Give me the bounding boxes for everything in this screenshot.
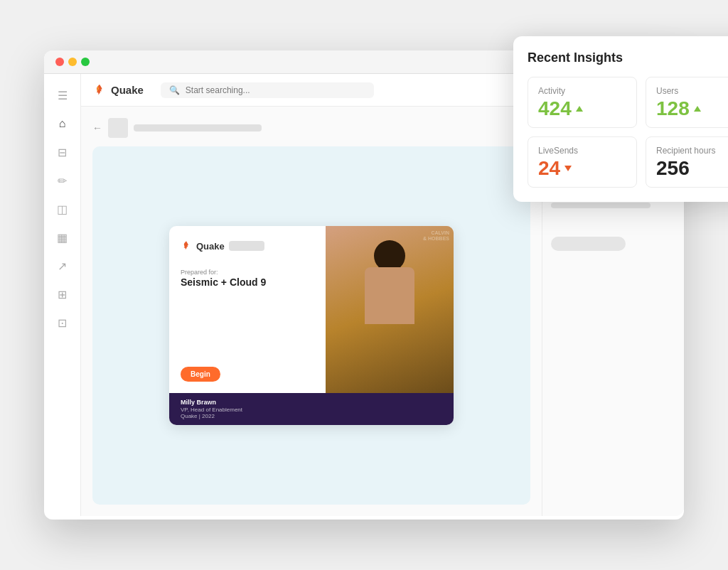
sidebar-item-home[interactable]: ⌂	[50, 111, 75, 136]
top-bar: Quake 🔍	[81, 74, 542, 107]
insight-value-recipient-hours: 256	[656, 158, 690, 178]
insight-label-users: Users	[656, 86, 728, 96]
hamburger-icon: ☰	[58, 89, 68, 102]
insight-label-activity: Activity	[538, 86, 626, 96]
insights-grid: Activity 424 Users 128 LiveSends 24	[528, 77, 728, 188]
card-prepared-text: Prepared for:	[181, 269, 314, 276]
breadcrumb-row: ←	[92, 118, 530, 138]
pencil-icon: ✏	[58, 174, 67, 188]
search-input[interactable]	[186, 85, 365, 95]
insight-value-row-recipient-hours: 256	[656, 158, 728, 178]
sidebar-item-menu[interactable]: ☰	[50, 82, 75, 108]
insight-card-livesends: LiveSends 24	[528, 136, 637, 188]
presenter-name: Milly Brawn	[181, 399, 442, 406]
document-icon: ⊟	[58, 146, 67, 159]
sidebar-item-edit[interactable]: ✏	[50, 168, 75, 193]
search-bar[interactable]: 🔍	[161, 82, 374, 98]
home-icon: ⌂	[59, 117, 66, 130]
search-icon: 🔍	[169, 85, 180, 95]
arrow-down-icon-livesends	[564, 166, 572, 171]
insight-value-row-livesends: 24	[538, 158, 626, 178]
main-content: Quake 🔍 ←	[81, 74, 542, 516]
insight-label-recipient-hours: Recipient hours	[656, 146, 728, 156]
export-icon: ⊡	[58, 316, 67, 330]
browser-window: ☰ ⌂ ⊟ ✏ ◫ ▦ ↗ ⊞ ⊡	[44, 50, 684, 520]
breadcrumb-skeleton	[134, 124, 262, 131]
sidebar-item-library[interactable]: ⊞	[50, 281, 75, 307]
sidebar-item-share[interactable]: ↗	[50, 253, 75, 279]
insight-value-activity: 424	[538, 99, 572, 119]
insight-value-row-activity: 424	[538, 99, 626, 119]
sidebar: ☰ ⌂ ⊟ ✏ ◫ ▦ ↗ ⊞ ⊡	[44, 74, 81, 516]
insight-card-users: Users 128	[646, 77, 728, 128]
arrow-up-icon-users	[694, 106, 701, 112]
insight-card-recipient-hours: Recipient hours 256	[646, 136, 728, 188]
skeleton-line	[551, 203, 651, 208]
content-area: ←	[81, 107, 542, 516]
app-logo-text: Quake	[111, 84, 144, 96]
insights-header: Recent Insights ∨	[528, 50, 728, 65]
spacer2	[551, 217, 675, 231]
back-button[interactable]: ←	[92, 122, 102, 134]
insight-label-livesends: LiveSends	[538, 146, 626, 156]
card-logo-text: Quake	[196, 241, 225, 252]
card-left: Quake Prepared for: Seismic + Cloud 9 Be…	[169, 226, 326, 393]
traffic-lights	[55, 58, 90, 66]
insights-panel: Recent Insights ∨ Activity 424 Users 128	[513, 36, 728, 202]
library-icon: ⊞	[58, 288, 67, 301]
card-logo-badge	[229, 241, 264, 251]
card-logo-row: Quake	[181, 240, 314, 252]
thumbnail-placeholder	[108, 118, 128, 138]
skeleton-pill	[551, 237, 626, 251]
presenter-title: VP, Head of Enablement Quake | 2022	[181, 407, 442, 419]
begin-button[interactable]: Begin	[181, 367, 220, 382]
sidebar-item-export[interactable]: ⊡	[50, 310, 75, 335]
insight-value-row-users: 128	[656, 99, 728, 119]
presentation-card: Quake Prepared for: Seismic + Cloud 9 Be…	[169, 226, 454, 425]
quake-logo-icon	[92, 83, 107, 97]
card-photo: CALVIN& HOBBES	[326, 226, 454, 393]
share-icon: ↗	[58, 259, 67, 273]
card-quake-logo	[181, 240, 192, 252]
close-button[interactable]	[55, 58, 64, 66]
sidebar-item-layers[interactable]: ◫	[50, 196, 75, 222]
chart-icon: ▦	[57, 231, 68, 244]
maximize-button[interactable]	[81, 58, 90, 66]
layers-icon: ◫	[57, 203, 68, 216]
preview-section: Quake Prepared for: Seismic + Cloud 9 Be…	[92, 146, 530, 505]
minimize-button[interactable]	[68, 58, 77, 66]
insights-title: Recent Insights	[528, 50, 623, 65]
sidebar-item-chart[interactable]: ▦	[50, 225, 75, 250]
insight-value-users: 128	[656, 99, 690, 119]
card-footer: Milly Brawn VP, Head of Enablement Quake…	[169, 393, 454, 425]
card-photo-bg: CALVIN& HOBBES	[326, 226, 454, 393]
insight-card-activity: Activity 424	[528, 77, 637, 128]
arrow-up-icon-activity	[576, 106, 583, 112]
sidebar-item-documents[interactable]: ⊟	[50, 139, 75, 165]
card-title: Seismic + Cloud 9	[181, 276, 314, 289]
card-top: Quake Prepared for: Seismic + Cloud 9 Be…	[169, 226, 454, 393]
card-bg-text: CALVIN& HOBBES	[423, 230, 449, 242]
logo-area: Quake	[92, 83, 144, 97]
insight-value-livesends: 24	[538, 158, 560, 178]
